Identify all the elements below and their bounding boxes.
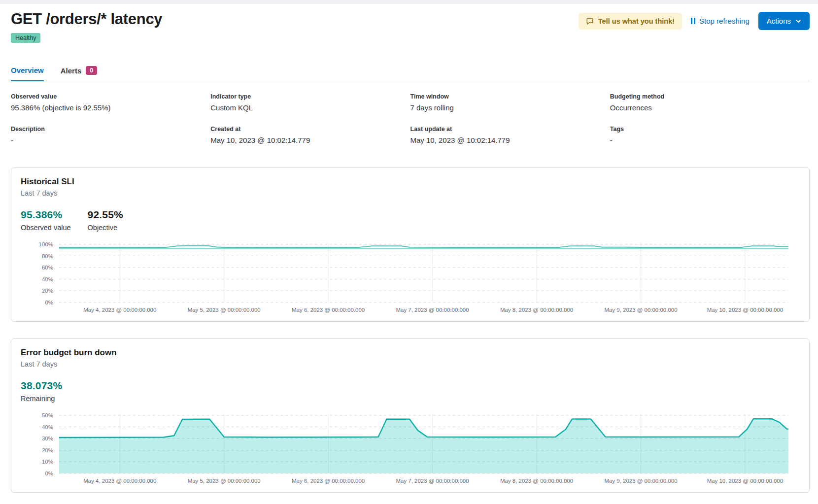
historical-sli-chart: May 4, 2023 @ 00:00:00.000May 5, 2023 @ … xyxy=(21,239,800,314)
card-subtitle: Last 7 days xyxy=(21,189,800,197)
svg-text:May 8, 2023 @ 00:00:00.000: May 8, 2023 @ 00:00:00.000 xyxy=(500,307,573,313)
stat-value: 95.386% xyxy=(21,209,71,221)
svg-text:May 4, 2023 @ 00:00:00.000: May 4, 2023 @ 00:00:00.000 xyxy=(83,478,156,484)
meta-indicator-type: Indicator type Custom KQL xyxy=(210,93,410,112)
meta-description: Description - xyxy=(11,126,210,144)
meta-label: Tags xyxy=(610,126,810,133)
meta-tags: Tags - xyxy=(610,126,810,144)
svg-text:May 10, 2023 @ 00:00:00.000: May 10, 2023 @ 00:00:00.000 xyxy=(707,307,783,313)
historical-sli-card: Historical SLI Last 7 days 95.386% Obser… xyxy=(11,168,810,322)
meta-value: May 10, 2023 @ 10:02:14.779 xyxy=(210,136,410,144)
slo-metadata: Observed value 95.386% (objective is 92.… xyxy=(11,93,810,144)
stat-value: 92.55% xyxy=(88,209,123,221)
meta-label: Time window xyxy=(410,93,610,100)
svg-text:May 10, 2023 @ 00:00:00.000: May 10, 2023 @ 00:00:00.000 xyxy=(707,478,783,484)
speech-bubble-icon xyxy=(586,17,594,25)
stat-label: Observed value xyxy=(21,224,71,232)
stat-observed-value: 95.386% Observed value xyxy=(21,209,71,232)
card-title: Error budget burn down xyxy=(21,348,800,358)
historical-sli-chart-wrap: May 4, 2023 @ 00:00:00.000May 5, 2023 @ … xyxy=(21,239,800,314)
title-block: GET /orders/* latency Healthy xyxy=(11,10,162,43)
svg-text:80%: 80% xyxy=(42,253,53,259)
slo-detail-page: GET /orders/* latency Healthy Tell us wh… xyxy=(11,4,810,493)
svg-text:0%: 0% xyxy=(45,300,53,305)
svg-text:May 5, 2023 @ 00:00:00.000: May 5, 2023 @ 00:00:00.000 xyxy=(188,307,261,313)
meta-observed-value: Observed value 95.386% (objective is 92.… xyxy=(11,93,210,112)
meta-value: 7 days rolling xyxy=(410,103,610,112)
meta-label: Budgeting method xyxy=(610,93,810,100)
meta-value: 95.386% (objective is 92.55%) xyxy=(11,103,210,112)
svg-text:40%: 40% xyxy=(42,276,53,282)
meta-value: - xyxy=(11,136,210,144)
stop-refreshing-label: Stop refreshing xyxy=(699,17,750,25)
meta-label: Last update at xyxy=(410,126,610,133)
stat-label: Objective xyxy=(88,224,123,232)
chevron-down-icon xyxy=(795,18,801,24)
meta-budgeting-method: Budgeting method Occurrences xyxy=(610,93,810,112)
svg-text:100%: 100% xyxy=(39,241,53,247)
tab-alerts[interactable]: Alerts 0 xyxy=(61,66,97,81)
svg-text:30%: 30% xyxy=(42,436,53,441)
card-subtitle: Last 7 days xyxy=(21,360,800,368)
meta-created-at: Created at May 10, 2023 @ 10:02:14.779 xyxy=(210,126,410,144)
tab-overview[interactable]: Overview xyxy=(11,66,44,81)
meta-last-update-at: Last update at May 10, 2023 @ 10:02:14.7… xyxy=(410,126,610,144)
card-title: Historical SLI xyxy=(21,177,800,187)
svg-text:May 5, 2023 @ 00:00:00.000: May 5, 2023 @ 00:00:00.000 xyxy=(188,478,261,484)
stat-objective: 92.55% Objective xyxy=(88,209,123,232)
tab-bar: Overview Alerts 0 xyxy=(11,66,810,81)
page-title: GET /orders/* latency xyxy=(11,10,162,29)
svg-text:May 7, 2023 @ 00:00:00.000: May 7, 2023 @ 00:00:00.000 xyxy=(396,307,469,313)
actions-button[interactable]: Actions xyxy=(758,12,810,30)
meta-value: - xyxy=(610,136,810,144)
stat-remaining: 38.073% Remaining xyxy=(21,380,62,403)
svg-text:40%: 40% xyxy=(42,424,53,430)
meta-value: Custom KQL xyxy=(210,103,410,112)
stat-value: 38.073% xyxy=(21,380,62,392)
svg-text:20%: 20% xyxy=(42,288,53,294)
status-badge: Healthy xyxy=(11,33,40,43)
sli-stats: 95.386% Observed value 92.55% Objective xyxy=(21,209,800,232)
actions-button-label: Actions xyxy=(767,17,791,25)
svg-text:May 9, 2023 @ 00:00:00.000: May 9, 2023 @ 00:00:00.000 xyxy=(604,478,677,484)
svg-text:May 6, 2023 @ 00:00:00.000: May 6, 2023 @ 00:00:00.000 xyxy=(292,478,365,484)
svg-text:60%: 60% xyxy=(42,265,53,270)
pause-icon xyxy=(691,18,695,24)
stat-label: Remaining xyxy=(21,395,62,403)
meta-time-window: Time window 7 days rolling xyxy=(410,93,610,112)
tab-overview-label: Overview xyxy=(11,66,44,74)
svg-text:May 7, 2023 @ 00:00:00.000: May 7, 2023 @ 00:00:00.000 xyxy=(396,478,469,484)
meta-label: Description xyxy=(11,126,210,133)
svg-text:20%: 20% xyxy=(42,447,53,453)
meta-label: Created at xyxy=(210,126,410,133)
svg-text:0%: 0% xyxy=(45,470,53,476)
meta-label: Observed value xyxy=(11,93,210,100)
svg-text:10%: 10% xyxy=(42,459,53,465)
meta-value: May 10, 2023 @ 10:02:14.779 xyxy=(410,136,610,144)
svg-text:May 9, 2023 @ 00:00:00.000: May 9, 2023 @ 00:00:00.000 xyxy=(604,307,677,313)
feedback-button-label: Tell us what you think! xyxy=(598,17,675,25)
svg-text:May 6, 2023 @ 00:00:00.000: May 6, 2023 @ 00:00:00.000 xyxy=(292,307,365,313)
feedback-button[interactable]: Tell us what you think! xyxy=(579,13,682,30)
svg-text:May 8, 2023 @ 00:00:00.000: May 8, 2023 @ 00:00:00.000 xyxy=(500,478,573,484)
stop-refreshing-button[interactable]: Stop refreshing xyxy=(691,17,750,25)
error-budget-chart: May 4, 2023 @ 00:00:00.000May 5, 2023 @ … xyxy=(21,410,800,485)
svg-text:May 4, 2023 @ 00:00:00.000: May 4, 2023 @ 00:00:00.000 xyxy=(83,307,156,313)
burn-down-stats: 38.073% Remaining xyxy=(21,380,800,403)
header-controls: Tell us what you think! Stop refreshing … xyxy=(579,10,810,30)
error-budget-card: Error budget burn down Last 7 days 38.07… xyxy=(11,338,810,493)
svg-text:50%: 50% xyxy=(42,412,53,418)
alerts-count-badge: 0 xyxy=(86,66,97,75)
error-budget-chart-wrap: May 4, 2023 @ 00:00:00.000May 5, 2023 @ … xyxy=(21,410,800,485)
tab-alerts-label: Alerts xyxy=(61,67,82,75)
meta-label: Indicator type xyxy=(210,93,410,100)
header-divider-strip xyxy=(0,0,818,4)
meta-value: Occurrences xyxy=(610,103,810,112)
page-header: GET /orders/* latency Healthy Tell us wh… xyxy=(11,4,810,43)
